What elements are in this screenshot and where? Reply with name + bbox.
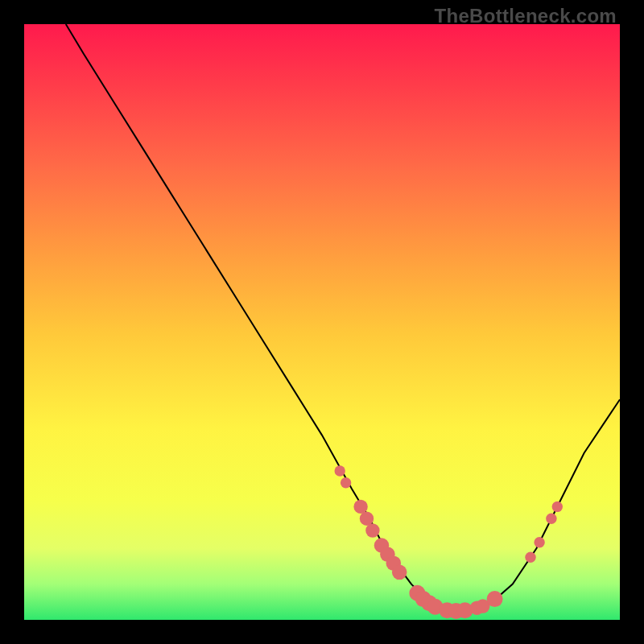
chart-svg	[24, 24, 620, 620]
data-marker	[525, 552, 535, 563]
data-marker	[552, 502, 563, 512]
bottleneck-curve	[66, 24, 620, 611]
data-marker	[353, 500, 367, 514]
data-marker	[365, 523, 379, 537]
data-marker	[335, 465, 345, 476]
data-marker	[546, 514, 556, 524]
marker-group	[335, 465, 564, 619]
data-marker	[341, 477, 351, 488]
data-marker	[360, 512, 374, 526]
data-marker	[487, 591, 503, 607]
data-marker	[392, 565, 407, 580]
data-marker	[534, 537, 544, 547]
